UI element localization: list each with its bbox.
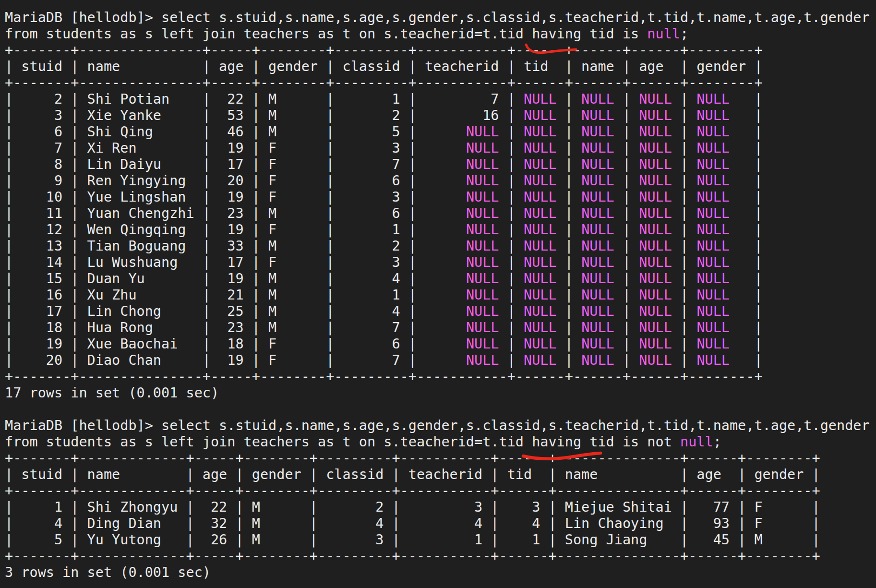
- table-row-line: | 14 | Lu Wushuang | 17 | F | 3 | NULL |…: [5, 254, 876, 271]
- null-value: NULL: [516, 222, 565, 238]
- null-value: NULL: [631, 173, 680, 189]
- terminal-text: | 2 | Shi Potian | 22 | M | 1 | 7 |: [5, 91, 516, 107]
- terminal-text: | 9 | Ren Yingying | 20 | F | 6 |: [5, 173, 417, 189]
- terminal-text: |: [680, 222, 688, 238]
- terminal-text: | 20 | Diao Chan | 19 | F | 7 |: [5, 352, 417, 368]
- null-value: NULL: [573, 205, 623, 221]
- terminal-text: |: [507, 320, 516, 336]
- null-value: NULL: [417, 222, 507, 238]
- table-border-line: +-------+-------------+-----+--------+--…: [5, 483, 876, 499]
- terminal-text: | 18 | Hua Rong | 23 | M | 7 |: [5, 320, 417, 336]
- null-value: NULL: [516, 205, 565, 221]
- null-value: NULL: [417, 140, 507, 156]
- null-value: null: [680, 434, 713, 450]
- terminal-text: 17 rows in set (0.001 sec): [5, 385, 219, 401]
- terminal-text: | 8 | Lin Daiyu | 17 | F | 7 |: [5, 156, 417, 172]
- terminal-text: |: [507, 254, 516, 270]
- terminal-text: |: [755, 205, 763, 221]
- null-value: NULL: [688, 91, 754, 107]
- terminal-text: |: [623, 124, 631, 140]
- null-value: NULL: [516, 287, 565, 303]
- null-value: NULL: [688, 254, 754, 270]
- null-value: NULL: [417, 287, 507, 303]
- table-border-line: +-------+---------------+-----+--------+…: [5, 75, 876, 91]
- terminal-text: |: [623, 254, 631, 270]
- null-value: NULL: [631, 254, 680, 270]
- terminal-text: |: [565, 124, 573, 140]
- terminal-text: |: [755, 254, 763, 270]
- null-value: NULL: [417, 336, 507, 352]
- terminal-text: |: [623, 320, 631, 336]
- null-value: NULL: [631, 320, 680, 336]
- null-value: NULL: [631, 189, 680, 205]
- terminal-text: | 1 | Shi Zhongyu | 22 | M | 2 | 3 | 3 |…: [5, 499, 820, 515]
- terminal-text: | stuid | name | age | gender | classid …: [5, 467, 820, 482]
- terminal-text: |: [623, 173, 631, 189]
- table-row-line: | 1 | Shi Zhongyu | 22 | M | 2 | 3 | 3 |…: [5, 499, 876, 516]
- null-value: NULL: [417, 173, 507, 189]
- terminal-text: |: [623, 336, 631, 352]
- table-row-line: | 5 | Yu Yutong | 26 | M | 3 | 1 | 1 | S…: [5, 532, 876, 548]
- null-value: NULL: [516, 156, 565, 172]
- terminal-text: |: [755, 173, 763, 189]
- terminal-text: |: [754, 108, 762, 123]
- terminal-text: |: [680, 173, 688, 189]
- terminal-text: |: [565, 238, 573, 254]
- terminal-text: | 13 | Tian Boguang | 33 | M | 2 |: [5, 238, 417, 254]
- null-value: NULL: [688, 124, 754, 140]
- terminal-text: |: [755, 238, 763, 254]
- table-border-line: +-------+---------------+-----+--------+…: [5, 42, 876, 59]
- null-value: NULL: [417, 352, 507, 368]
- table-border-line: +-------+-------------+-----+--------+--…: [5, 450, 876, 467]
- terminal-text: ;: [713, 434, 721, 450]
- terminal-text: |: [565, 303, 573, 319]
- terminal-text: |: [623, 156, 631, 172]
- null-value: NULL: [631, 108, 680, 123]
- terminal-text: |: [680, 189, 688, 205]
- null-value: NULL: [573, 336, 623, 352]
- terminal-text: | 15 | Duan Yu | 19 | M | 4 |: [5, 271, 417, 287]
- terminal-text: |: [623, 303, 631, 319]
- null-value: NULL: [417, 238, 507, 254]
- terminal-text: |: [680, 303, 688, 319]
- null-value: NULL: [573, 140, 623, 156]
- terminal-text: | 10 | Yue Lingshan | 19 | F | 3 |: [5, 189, 417, 205]
- terminal-text: |: [680, 352, 688, 368]
- null-value: NULL: [688, 108, 754, 123]
- table-header-line: | stuid | name | age | gender | classid …: [5, 467, 876, 483]
- terminal-text: |: [565, 320, 573, 336]
- null-value: NULL: [516, 238, 565, 254]
- table-row-line: | 15 | Duan Yu | 19 | M | 4 | NULL | NUL…: [5, 271, 876, 287]
- terminal-text: |: [755, 189, 763, 205]
- terminal-text: |: [565, 140, 573, 156]
- terminal-text: |: [680, 108, 688, 123]
- terminal-text: +-------+---------------+-----+--------+…: [5, 369, 763, 384]
- null-value: NULL: [417, 156, 507, 172]
- null-value: NULL: [573, 303, 623, 319]
- terminal-text: |: [565, 254, 573, 270]
- null-value: null: [647, 26, 680, 42]
- null-value: NULL: [516, 336, 565, 352]
- table-row-line: | 4 | Ding Dian | 32 | M | 4 | 4 | 4 | L…: [5, 516, 876, 532]
- terminal-text: |: [507, 352, 516, 368]
- terminal-text: |: [755, 271, 763, 287]
- null-value: NULL: [688, 287, 754, 303]
- null-value: NULL: [516, 124, 565, 140]
- terminal-text: |: [507, 303, 516, 319]
- terminal-text: |: [565, 336, 573, 352]
- terminal[interactable]: MariaDB [hellodb]> select s.stuid,s.name…: [0, 0, 876, 588]
- null-value: NULL: [688, 222, 754, 238]
- terminal-text: |: [507, 156, 516, 172]
- terminal-text: |: [565, 189, 573, 205]
- null-value: NULL: [417, 205, 507, 221]
- null-value: NULL: [631, 352, 680, 368]
- null-value: NULL: [417, 189, 507, 205]
- null-value: NULL: [573, 320, 623, 336]
- terminal-text: | 14 | Lu Wushuang | 17 | F | 3 |: [5, 254, 417, 270]
- null-value: NULL: [516, 108, 565, 123]
- table-row-line: | 12 | Wen Qingqing | 19 | F | 1 | NULL …: [5, 222, 876, 238]
- sql-query-line: MariaDB [hellodb]> select s.stuid,s.name…: [5, 418, 876, 434]
- terminal-text: |: [755, 156, 763, 172]
- status-line: 17 rows in set (0.001 sec): [5, 385, 876, 401]
- null-value: NULL: [417, 303, 507, 319]
